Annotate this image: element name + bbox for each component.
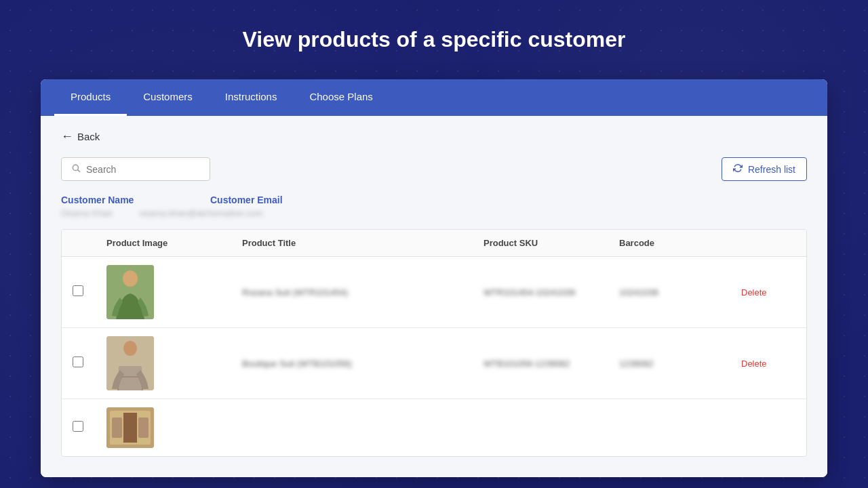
products-table: Product Image Product Title Product SKU … xyxy=(61,229,807,457)
row1-barcode: 10241039 xyxy=(619,287,741,298)
svg-point-3 xyxy=(123,270,138,287)
back-arrow-icon: ← xyxy=(61,129,73,144)
customer-row: Customer Name Customer Email xyxy=(61,195,807,205)
row2-product-img-inner xyxy=(106,336,154,390)
th-barcode: Barcode xyxy=(619,238,741,248)
svg-rect-11 xyxy=(138,418,149,438)
row2-delete-button[interactable]: Delete xyxy=(741,359,767,369)
nav-bar: Products Customers Instructions Choose P… xyxy=(41,79,827,116)
row1-product-title: Rozana Suit (WTR101454) xyxy=(242,287,484,298)
nav-item-choose-plans[interactable]: Choose Plans xyxy=(293,79,389,116)
customer-name-value: Osama Khan xyxy=(61,208,113,218)
row3-checkbox-cell xyxy=(73,421,106,434)
row1-checkbox[interactable] xyxy=(73,285,83,296)
table-row xyxy=(62,399,806,456)
nav-item-instructions[interactable]: Instructions xyxy=(209,79,294,116)
row2-barcode: 1239082 xyxy=(619,359,741,369)
svg-point-5 xyxy=(123,341,137,356)
th-checkbox xyxy=(73,238,106,248)
row2-product-sku: WTB101056-1239082 xyxy=(484,359,619,369)
svg-point-0 xyxy=(73,165,78,170)
row1-product-img-inner xyxy=(106,265,154,319)
svg-rect-6 xyxy=(119,366,142,390)
main-card: Products Customers Instructions Choose P… xyxy=(41,79,827,477)
toolbar: Refresh list xyxy=(61,157,807,181)
customer-info: Customer Name Customer Email Osama Khan … xyxy=(61,195,807,218)
th-product-image: Product Image xyxy=(106,238,242,248)
row1-delete-cell: Delete xyxy=(741,286,795,298)
customer-email-value: osama.khan@alchemative.com xyxy=(140,208,263,218)
row1-delete-button[interactable]: Delete xyxy=(741,287,767,298)
row2-product-image xyxy=(106,336,154,390)
row1-checkbox-cell xyxy=(73,285,106,299)
row2-checkbox-cell xyxy=(73,357,106,370)
row3-checkbox[interactable] xyxy=(73,421,83,432)
th-product-sku: Product SKU xyxy=(484,238,619,248)
nav-item-customers[interactable]: Customers xyxy=(127,79,209,116)
svg-rect-9 xyxy=(123,413,137,443)
row1-product-image xyxy=(106,265,154,319)
row2-checkbox[interactable] xyxy=(73,357,83,367)
search-box xyxy=(61,157,210,181)
th-product-title: Product Title xyxy=(242,238,484,248)
nav-item-products[interactable]: Products xyxy=(54,79,127,116)
svg-rect-10 xyxy=(112,418,122,438)
row1-product-sku: WTR101454-10241039 xyxy=(484,287,619,298)
table-header: Product Image Product Title Product SKU … xyxy=(62,230,806,257)
row3-product-image xyxy=(106,407,154,448)
page-title: View products of a specific customer xyxy=(243,27,626,52)
content-area: ← Back xyxy=(41,116,827,477)
row3-product-img-inner xyxy=(106,407,154,448)
back-button[interactable]: ← Back xyxy=(61,129,100,144)
th-actions xyxy=(741,238,795,248)
row2-product-title: Boutique Suit (WTB101056) xyxy=(242,359,484,369)
table-row: Boutique Suit (WTB101056) WTB101056-1239… xyxy=(62,328,806,399)
customer-value-row: Osama Khan osama.khan@alchemative.com xyxy=(61,208,807,218)
search-input[interactable] xyxy=(86,164,195,175)
refresh-icon xyxy=(733,163,743,175)
row2-delete-cell: Delete xyxy=(741,357,795,369)
customer-name-label: Customer Name xyxy=(61,195,183,205)
table-row: Rozana Suit (WTR101454) WTR101454-102410… xyxy=(62,257,806,328)
customer-email-label: Customer Email xyxy=(210,195,332,205)
refresh-button[interactable]: Refresh list xyxy=(722,157,807,181)
svg-line-1 xyxy=(78,170,80,172)
search-icon xyxy=(71,163,81,175)
